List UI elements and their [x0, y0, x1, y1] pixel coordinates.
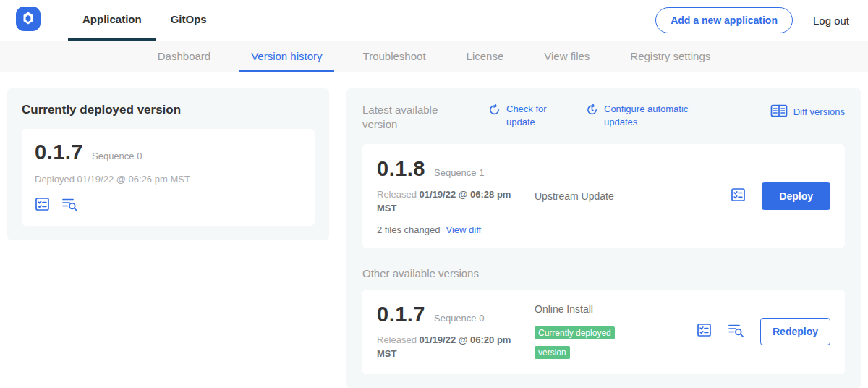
configure-updates-label: Configure automatic updates: [604, 103, 692, 128]
latest-released-date: Released 01/19/22 @ 06:28 pm MST: [377, 188, 513, 216]
other-version-card: 0.1.7 Sequence 0 Released 01/19/22 @ 06:…: [362, 290, 845, 374]
main-content: Currently deployed version 0.1.7 Sequenc…: [0, 72, 868, 388]
other-source-label: Online Install: [535, 303, 593, 315]
logout-link[interactable]: Log out: [813, 14, 849, 27]
other-versions-title: Other available versions: [362, 267, 845, 279]
checklist-icon: [731, 187, 746, 205]
auto-update-clock-icon: [586, 103, 598, 128]
currently-deployed-badge: Currently deployed version: [535, 326, 615, 359]
refresh-icon: [488, 103, 501, 128]
other-view-logs-button[interactable]: [728, 323, 744, 340]
deployed-version-card: 0.1.7 Sequence 0 Deployed 01/19/22 @ 06:…: [22, 129, 315, 226]
nav-application[interactable]: Application: [68, 0, 156, 41]
latest-sequence-label: Sequence 1: [434, 167, 484, 178]
kots-logo-icon: [16, 7, 41, 34]
view-deploy-logs-button[interactable]: [61, 197, 78, 214]
redeploy-button[interactable]: Redeploy: [760, 318, 830, 345]
check-for-update-label: Check for update: [506, 103, 553, 128]
diff-versions-icon: [770, 103, 788, 122]
other-released-date: Released 01/19/22 @ 06:20 pm MST: [377, 334, 513, 361]
main-nav: Application GitOps: [68, 0, 221, 41]
latest-available-title: Latest available version: [362, 103, 455, 131]
latest-version-number: 0.1.8: [377, 157, 425, 181]
file-search-icon: [61, 197, 78, 214]
check-for-update-button[interactable]: Check for update: [488, 103, 553, 128]
tab-view-files[interactable]: View files: [532, 41, 601, 72]
other-version-number: 0.1.7: [377, 303, 425, 326]
deployed-badge-wrap: Currently deployed version: [535, 322, 637, 361]
configure-updates-button[interactable]: Configure automatic updates: [586, 103, 692, 128]
deployed-date: Deployed 01/19/22 @ 06:26 pm MST: [35, 173, 302, 187]
deployed-panel-title: Currently deployed version: [22, 103, 315, 117]
latest-version-card: 0.1.8 Sequence 1 Released 01/19/22 @ 06:…: [362, 144, 845, 248]
version-history-header: Latest available version Check for updat…: [362, 103, 845, 131]
app-logo[interactable]: [16, 0, 41, 41]
nav-gitops[interactable]: GitOps: [156, 0, 221, 41]
checklist-icon: [697, 323, 712, 340]
latest-preflight-checks-button[interactable]: [731, 187, 746, 205]
tab-troubleshoot[interactable]: Troubleshoot: [352, 41, 438, 72]
deploy-button[interactable]: Deploy: [762, 182, 830, 210]
diff-versions-button[interactable]: Diff versions: [770, 103, 845, 122]
top-navbar: Application GitOps Add a new application…: [0, 0, 868, 41]
version-history-panel: Latest available version Check for updat…: [346, 88, 861, 388]
other-sequence-label: Sequence 0: [434, 313, 484, 324]
checklist-icon: [35, 197, 50, 214]
deployed-version-number: 0.1.7: [35, 140, 83, 164]
add-application-button[interactable]: Add a new application: [655, 7, 793, 33]
tab-dashboard[interactable]: Dashboard: [146, 41, 222, 72]
tab-license[interactable]: License: [455, 41, 516, 72]
preflight-checks-button[interactable]: [35, 197, 50, 214]
deployed-sequence-label: Sequence 0: [92, 151, 142, 161]
app-subnav: Dashboard Version history Troubleshoot L…: [0, 41, 868, 72]
file-search-icon: [728, 323, 744, 340]
latest-source-label: Upstream Update: [535, 190, 614, 202]
deployed-version-panel: Currently deployed version 0.1.7 Sequenc…: [7, 88, 329, 240]
navbar-right: Add a new application Log out: [655, 0, 849, 41]
files-changed-label: 2 files changed: [377, 224, 440, 235]
other-preflight-checks-button[interactable]: [697, 323, 712, 340]
tab-version-history[interactable]: Version history: [239, 41, 333, 72]
tab-registry-settings[interactable]: Registry settings: [618, 41, 722, 72]
view-diff-link[interactable]: View diff: [446, 224, 481, 235]
diff-versions-label: Diff versions: [793, 106, 845, 119]
